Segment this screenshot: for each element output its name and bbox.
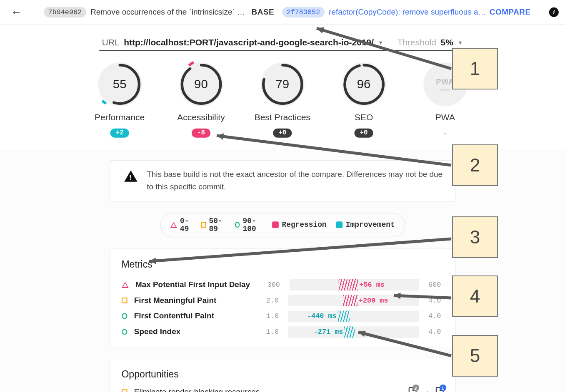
base-report-icon[interactable]: 2 — [408, 387, 416, 392]
pwa-icon: PWA — [436, 78, 454, 87]
warning-text: This base build is not the exact ancesto… — [147, 169, 444, 193]
metric-bar: +209 ms — [288, 295, 419, 306]
threshold-value: 5% — [440, 37, 453, 47]
compare-tag-label: COMPARE — [490, 7, 531, 17]
annotation-box-3: 3 — [452, 216, 498, 258]
legend-range-fail: 0-49 — [180, 217, 192, 233]
compare-report-icon[interactable]: 1 — [435, 387, 443, 392]
gauge-accessibility[interactable]: 90 Accessibility -8 — [172, 62, 230, 138]
annotation-box-2: 2 — [452, 144, 498, 186]
annotation-box-4: 4 — [452, 275, 498, 317]
metric-max: 600 — [426, 281, 443, 289]
legend-range-pass: 90-100 — [243, 217, 263, 233]
metric-min: 1.0 — [264, 313, 281, 320]
opportunity-name: Eliminate render-blocking resources — [134, 387, 402, 392]
metric-row[interactable]: First Meaningful Paint 2.0 +209 ms 4.0 — [121, 293, 443, 308]
base-tag-label: BASE — [252, 7, 275, 17]
header-bar: ← 7b94e962 Remove occurrences of the `in… — [0, 0, 565, 25]
gauge-circle: 55 — [98, 62, 142, 106]
ancestor-warning-card: This base build is not the exact ancesto… — [110, 160, 455, 201]
gauge-label: SEO — [355, 112, 373, 122]
legend-range-average: 50-89 — [209, 217, 225, 233]
info-icon[interactable]: i — [549, 7, 559, 17]
gauge-label: Best Practices — [255, 112, 310, 122]
metric-fail-icon — [121, 282, 128, 288]
annotation-box-5: 5 — [452, 335, 498, 377]
metric-max: 4.0 — [426, 328, 443, 336]
legend-fail-icon — [170, 222, 177, 228]
metric-min: 1.0 — [264, 328, 281, 336]
gauge-delta-pill: +0 — [355, 129, 373, 138]
chevron-down-icon: ▼ — [458, 40, 462, 46]
threshold-label: Threshold — [398, 37, 436, 47]
arrow-right-icon: → — [422, 387, 430, 392]
svg-point-2 — [263, 65, 302, 103]
metric-delta-label: +209 ms — [359, 297, 388, 305]
metric-row[interactable]: First Contentful Paint 1.0 -440 ms 4.0 — [121, 308, 443, 324]
gauge-circle: 90 — [179, 62, 223, 106]
legend-regression-label: Regression — [282, 221, 326, 229]
metric-average-icon — [121, 298, 127, 303]
metric-pass-icon — [121, 329, 127, 335]
opportunities-title: Opportunities — [121, 369, 443, 380]
gauge-best-practices[interactable]: 79 Best Practices +0 — [254, 62, 311, 138]
svg-point-3 — [345, 65, 383, 103]
metric-delta-label: -440 ms — [307, 313, 337, 320]
annotation-box-1: 1 — [452, 48, 498, 89]
gauge-circle: 96 — [342, 62, 386, 106]
legend-improvement-label: Improvement — [346, 221, 395, 229]
warning-icon — [124, 170, 138, 181]
legend-average-icon — [201, 222, 206, 228]
gauge-delta-pill: -8 — [192, 129, 210, 138]
score-legend: 0-49 50-89 90-100 Regression Improvement — [160, 213, 405, 237]
metric-name: Speed Index — [134, 327, 257, 337]
url-value: http://localhost:PORT/javascript-and-goo… — [124, 37, 374, 47]
metrics-title: Metrics — [121, 258, 443, 270]
metric-row[interactable]: Speed Index 1.0 -271 ms 4.0 — [121, 324, 443, 340]
back-arrow-icon[interactable]: ← — [6, 3, 26, 20]
metric-name: First Meaningful Paint — [134, 296, 257, 305]
base-commit-message: Remove occurrences of the `intrinsicsize… — [90, 7, 248, 17]
gauge-delta-pill: +0 — [273, 129, 292, 138]
opportunities-card: Opportunities Eliminate render-blocking … — [110, 359, 455, 392]
legend-pass-icon — [235, 222, 240, 228]
opportunity-row[interactable]: Eliminate render-blocking resources 2 → … — [121, 387, 443, 392]
metrics-card: Metrics Max Potential First Input Delay … — [110, 248, 455, 348]
gauge-label: PWA — [435, 112, 455, 122]
metric-name: First Contentful Paint — [134, 312, 257, 321]
metric-delta-label: +56 ms — [359, 281, 384, 289]
compare-hash-chip[interactable]: 2f783052 — [282, 7, 325, 17]
metric-average-icon — [121, 389, 127, 392]
gauge-label: Performance — [95, 112, 145, 122]
svg-point-0 — [100, 65, 139, 103]
gauge-delta-pill: +2 — [110, 129, 129, 138]
svg-point-1 — [182, 65, 220, 103]
metric-min: 300 — [265, 281, 282, 289]
metric-bar: -271 ms — [288, 326, 419, 337]
gauge-delta-pill: - — [439, 129, 451, 138]
metric-bar: -440 ms — [288, 310, 419, 322]
gauge-seo[interactable]: 96 SEO +0 — [335, 62, 392, 138]
legend-regression-icon — [272, 222, 279, 228]
metric-max: 4.0 — [426, 313, 443, 320]
gauge-circle: 79 — [260, 62, 304, 106]
metric-max: 4.0 — [426, 297, 443, 305]
legend-improvement-icon — [336, 222, 343, 228]
gauge-label: Accessibility — [177, 112, 225, 122]
compare-commit-message: refactor(CopyCode): remove superfluous a… — [329, 7, 486, 17]
url-selector[interactable]: URL http://localhost:PORT/javascript-and… — [99, 37, 386, 51]
metric-bar: +56 ms — [290, 279, 419, 290]
url-label: URL — [102, 37, 120, 47]
metric-row[interactable]: Max Potential First Input Delay 300 +56 … — [121, 277, 443, 293]
base-hash-chip[interactable]: 7b94e962 — [44, 7, 86, 17]
metric-pass-icon — [121, 313, 127, 319]
metric-delta-label: -271 ms — [314, 328, 343, 336]
chevron-down-icon: ▼ — [378, 40, 383, 46]
metric-min: 2.0 — [264, 297, 281, 305]
metric-name: Max Potential First Input Delay — [135, 280, 258, 289]
gauge-performance[interactable]: 55 Performance +2 — [91, 62, 148, 138]
